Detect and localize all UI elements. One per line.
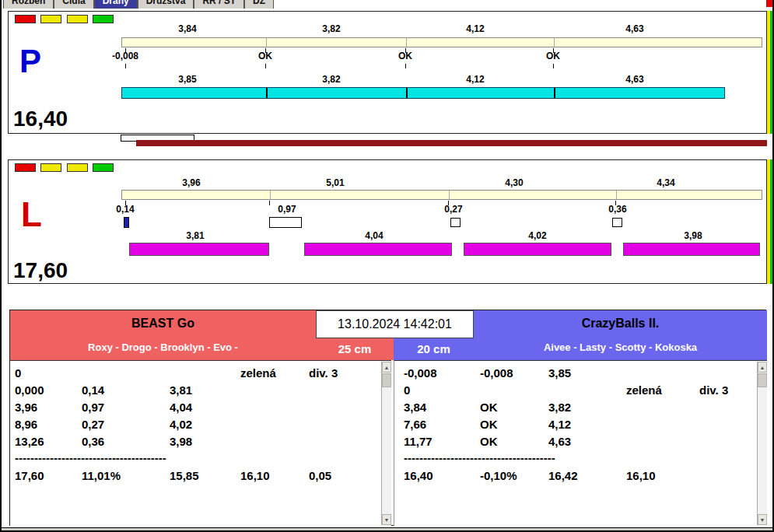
split-time: 4,12: [454, 23, 497, 34]
split-time: 4,12: [454, 74, 497, 85]
crossing-marker: OK: [383, 51, 427, 61]
lane-label-p: P: [19, 44, 41, 79]
split-time: 3,98: [671, 230, 715, 241]
tab-rozbeh[interactable]: Rozběh: [3, 0, 54, 9]
corner-marker: [766, 0, 774, 7]
crossing-marker: 0,36: [596, 204, 639, 215]
results-pane-left: 0zelenádiv. 3 0,0000,143,81 3,960,974,04…: [10, 360, 391, 526]
lane-label-l: L: [21, 198, 42, 232]
separator-line: ---------------------------------------: [394, 450, 767, 467]
team-left-name: BEAST Go: [10, 310, 316, 337]
lane-panel-p: P 3,84 3,82 4,12 4,63 -0,008 OK OK OK 3,…: [8, 11, 767, 134]
timing-app-window: { "colors": { "lane_p_letter": "#0000d0"…: [0, 0, 774, 532]
status-square-yellow-icon: [67, 163, 88, 172]
result-row: 0zelenádiv. 3: [394, 381, 767, 398]
team-left-height: 25 cm: [316, 338, 394, 360]
sensor-bar-top: [121, 190, 762, 200]
crossing-marker: OK: [243, 51, 287, 61]
results-pane-right: -0,008-0,0083,85 0zelenádiv. 3 3,84OK3,8…: [394, 360, 767, 526]
split-time: 3,96: [170, 177, 213, 188]
scroll-up-icon[interactable]: ▲: [758, 362, 767, 373]
team-right-name: CrazyBalls II.: [474, 310, 767, 337]
crossing-marker: -0,008: [103, 51, 147, 61]
result-row: 3,84OK3,82: [394, 398, 767, 415]
tab-druzstva[interactable]: Družstva: [138, 0, 194, 9]
scoreboard: BEAST Go Roxy - Drogo - Brooklyn - Evo -…: [9, 310, 766, 526]
timeline-bar: [136, 140, 767, 146]
scrollbar-thumb[interactable]: [382, 373, 391, 387]
result-row: -0,008-0,0083,85: [394, 364, 767, 381]
result-row: 8,960,274,02: [10, 415, 391, 432]
team-left-dogs: Roxy - Drogo - Brooklyn - Evo -: [10, 337, 316, 359]
split-time: 4,02: [516, 230, 559, 241]
status-square-green-icon: [93, 163, 114, 172]
team-right-header: CrazyBalls II. Aivee - Lasty - Scotty - …: [474, 310, 767, 360]
tab-rr-st[interactable]: RR / ST: [194, 0, 244, 9]
split-time: 4,04: [352, 230, 396, 241]
split-time: 3,84: [166, 23, 209, 34]
split-time: 4,30: [492, 177, 536, 188]
team-left-header: BEAST Go Roxy - Drogo - Brooklyn - Evo -: [10, 310, 316, 360]
result-row: 0,0000,143,81: [10, 381, 391, 398]
edge-strip-green: [770, 159, 773, 284]
scroll-up-icon[interactable]: ▲: [382, 362, 391, 373]
run-bar-l-segment: [129, 243, 269, 256]
run-bar-p: [121, 87, 725, 99]
scrollbar-thumb[interactable]: [758, 373, 767, 387]
result-row: 3,960,974,04: [10, 398, 391, 415]
status-square-yellow-icon: [67, 15, 88, 23]
status-square-yellow-icon: [40, 15, 61, 23]
sensor-bar-top: [121, 37, 762, 47]
lane-panel-l: L 3,96 5,01 4,30 4,34 0,14 0,97 0,27 0,3…: [8, 159, 767, 284]
status-square-red-icon: [15, 163, 36, 172]
result-row: 11,77OK4,63: [394, 432, 767, 450]
split-time: 5,01: [313, 177, 357, 188]
bottom-strip: [0, 527, 774, 532]
split-time: 3,85: [166, 74, 209, 85]
team-right-height: 20 cm: [394, 338, 474, 360]
status-square-red-icon: [15, 15, 36, 23]
lane-total-p: 16,40: [13, 107, 68, 131]
scroll-down-icon[interactable]: ▼: [758, 514, 767, 525]
run-bar-l-segment: [623, 243, 760, 256]
split-time: 4,63: [613, 23, 657, 34]
result-row: 7,66OK4,12: [394, 415, 767, 432]
status-lights: [15, 163, 115, 177]
status-square-yellow-icon: [40, 163, 61, 172]
gap-box: [450, 218, 461, 227]
tab-bar: Rozběh Čidla Dráhy Družstva RR / ST DZ: [3, 0, 274, 9]
run-bar-l-segment: [304, 243, 452, 256]
split-time: 3,82: [310, 23, 353, 34]
crossing-marker: 0,97: [265, 204, 309, 215]
start-fault-marker: [124, 217, 129, 228]
split-time: 4,34: [644, 177, 688, 188]
split-time: 3,82: [310, 74, 353, 85]
gap-box: [612, 218, 622, 227]
status-square-green-icon: [93, 15, 114, 23]
scroll-down-icon[interactable]: ▼: [382, 514, 391, 525]
scrollbar[interactable]: ▲ ▼: [757, 362, 767, 525]
total-row: 17,6011,01%15,8516,100,05: [10, 467, 391, 484]
separator-line: ---------------------------------------: [10, 450, 391, 467]
total-row: 16,40-0,10%16,4216,10: [394, 467, 767, 484]
team-right-dogs: Aivee - Lasty - Scotty - Kokoska: [474, 337, 767, 359]
result-row: 13,260,363,98: [10, 432, 391, 450]
scrollbar[interactable]: ▲ ▼: [381, 362, 391, 525]
lane-total-l: 17,60: [13, 258, 68, 283]
tab-drahy[interactable]: Dráhy: [94, 0, 138, 9]
crossing-marker: 0,14: [103, 204, 147, 215]
result-row: 0zelenádiv. 3: [10, 364, 391, 381]
split-time: 3,81: [173, 230, 217, 241]
timestamp: 13.10.2024 14:42:01: [316, 310, 474, 338]
crossing-marker: 0,27: [432, 204, 475, 215]
run-bar-l-segment: [464, 243, 611, 256]
edge-strip-green: [770, 11, 773, 134]
status-lights: [15, 15, 115, 29]
split-time: 4,63: [613, 74, 657, 85]
tab-cidla[interactable]: Čidla: [54, 0, 93, 9]
gap-box: [269, 217, 302, 228]
crossing-marker: OK: [531, 51, 575, 61]
tab-dz[interactable]: DZ: [244, 0, 274, 9]
